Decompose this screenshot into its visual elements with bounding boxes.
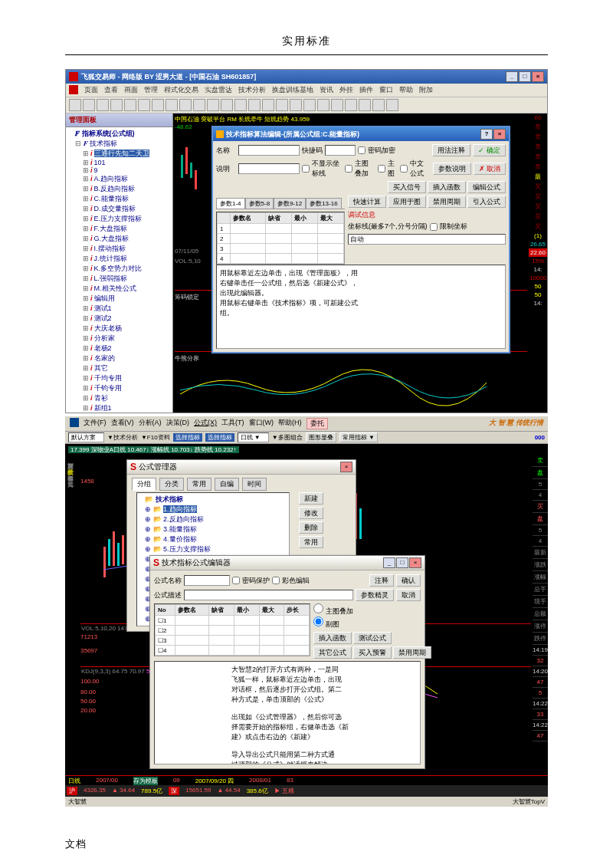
cancel-button[interactable]: ✗ 取消 [474, 163, 506, 175]
main2-checkbox[interactable] [378, 165, 385, 173]
minimize-button[interactable]: _ [506, 71, 518, 82]
dialog-close-button[interactable]: × [493, 129, 506, 140]
menu-item[interactable]: 附加 [419, 85, 433, 95]
nohd-checkbox[interactable] [302, 165, 310, 173]
delete-button[interactable]: 删除 [299, 521, 323, 534]
menu-item[interactable]: 页面 [84, 85, 98, 95]
toolbar-button[interactable] [179, 99, 192, 111]
tab[interactable]: 分组 [132, 478, 156, 491]
import-button[interactable]: 引入公式 [467, 196, 506, 208]
tree-root[interactable]: 𝑭 指标系统(公式组) [67, 129, 171, 139]
ta-dropdown[interactable]: ▼技术分析 [107, 433, 138, 442]
tree-item[interactable]: ⊞iG.大盘指标 [67, 234, 171, 244]
toolbar-button[interactable] [152, 99, 164, 111]
shortcut-input[interactable] [325, 145, 356, 156]
left-tab[interactable]: 技术公析 [65, 461, 74, 467]
tab[interactable]: 参数5-8 [245, 198, 274, 209]
toolbar-button[interactable] [262, 99, 274, 111]
tab[interactable]: 常用 [187, 478, 211, 491]
ok-button[interactable]: 确认 [396, 574, 421, 587]
menu-item[interactable]: 帮助 [399, 85, 413, 95]
toolbar-button[interactable] [193, 99, 205, 111]
dialog-close-button[interactable]: × [409, 557, 421, 568]
tree-item[interactable]: ⊞iA.趋向指标 [67, 174, 171, 184]
tree-item[interactable]: ⊞i青衫 [67, 393, 171, 403]
toolbar-button[interactable] [345, 99, 357, 111]
tree-item[interactable]: ⊕ 📂 4.量价指标 [139, 534, 287, 544]
tab[interactable]: 时间 [242, 478, 267, 491]
main-radio[interactable] [313, 603, 323, 613]
common-button[interactable]: 常用 [299, 536, 323, 548]
mt-dropdown[interactable]: ▼多图组合 [272, 433, 303, 442]
color-checkbox[interactable] [272, 577, 280, 584]
cancel-button[interactable]: 取消 [396, 589, 421, 601]
tree-item[interactable]: ⊕ 📂 2.反趋向指标 [139, 515, 287, 524]
left-tab[interactable]: 深度资料 [65, 455, 74, 461]
left-tab[interactable]: 基本资料 [65, 467, 74, 473]
menu-item[interactable]: 技术分析 [238, 85, 266, 95]
tree-branch[interactable]: ⊟ 𝑭 技术指标 [67, 139, 171, 149]
menu-item[interactable]: 外挂 [339, 85, 353, 95]
insfn-button[interactable]: 插入函数 [313, 632, 352, 644]
ds-button[interactable]: 图形显叠 [306, 432, 336, 442]
test-button[interactable]: 测试公式 [353, 632, 392, 644]
menu-item[interactable]: 换盘训练基地 [272, 85, 313, 95]
tree-item[interactable]: ⊞iC.能量指标 [67, 194, 171, 204]
tree-item[interactable]: ⊞iK.多空势力对比 [67, 264, 171, 274]
tree-item[interactable]: ⊞i编辑用 [67, 294, 171, 304]
f10-dropdown[interactable]: ▼F10资料 [141, 433, 170, 442]
buy-button[interactable]: 买入预警 [353, 646, 392, 659]
tree-item[interactable]: ⊕ 📂 3.能量指标 [139, 524, 287, 534]
desc-input[interactable] [238, 163, 300, 174]
menu-item[interactable]: 文件(F) [84, 418, 107, 429]
tree-item[interactable]: ⊞iF.大盘指标 [67, 224, 171, 234]
tree-item[interactable]: ⊞i测试2 [67, 314, 171, 324]
tree-item[interactable]: ⊞iM.相关性公式 [67, 284, 171, 294]
tab[interactable]: 参数9-12 [274, 198, 306, 209]
toolbar-button[interactable] [317, 99, 329, 111]
weituo-button[interactable]: 委托 [306, 418, 328, 429]
toolbar-button[interactable] [331, 99, 343, 111]
maximize-button[interactable]: □ [396, 557, 408, 568]
tree-item[interactable]: ⊞i千均专用 [67, 373, 171, 383]
toolbar-button[interactable] [372, 99, 385, 111]
period-dropdown[interactable]: 日线 ▼ [238, 432, 269, 442]
tree-item[interactable]: ⊞iL.强弱指标 [67, 274, 171, 284]
tab[interactable]: 自编 [215, 478, 239, 491]
toolbar-button[interactable] [276, 99, 288, 111]
tree-item[interactable]: ⊕ 📂 1.趋向指标 [139, 505, 287, 515]
usage-button[interactable]: 用法注释 [432, 144, 470, 156]
tree-item[interactable]: ⊞i测试1 [67, 304, 171, 314]
tree-item[interactable]: ⊞i新组1 [67, 403, 171, 413]
menu-item[interactable]: 画面 [124, 85, 138, 95]
menu-item[interactable]: 分析(A) [139, 418, 162, 429]
left-tab[interactable]: 其他 [65, 473, 74, 479]
tree-item[interactable]: ⊞i101 [67, 159, 171, 166]
menu-item[interactable]: 查看 [104, 85, 118, 95]
scheme-dropdown[interactable]: 默认方案 [68, 432, 104, 442]
new-button[interactable]: 新建 [299, 492, 323, 505]
menu-item[interactable]: 决策(D) [166, 418, 190, 429]
wizard-button[interactable]: 参数精灵 [356, 589, 394, 601]
limit-checkbox[interactable] [430, 223, 438, 231]
name-input[interactable] [238, 145, 300, 156]
cn-checkbox[interactable] [400, 165, 408, 173]
tab[interactable]: 分类 [159, 478, 184, 491]
menu-item[interactable]: 程式化交易 [164, 85, 198, 95]
sub-radio[interactable] [313, 616, 323, 626]
close-button[interactable]: × [532, 71, 544, 82]
toolbar-button[interactable] [69, 99, 81, 111]
edit-button[interactable]: 编辑公式 [467, 181, 506, 193]
menu-item[interactable]: 帮助(H) [278, 418, 302, 429]
name-input[interactable] [184, 575, 230, 586]
tree-item[interactable]: ⊞iE.压力支撑指标 [67, 214, 171, 224]
menu-item[interactable]: 工具(T) [221, 418, 244, 429]
menu-item[interactable]: 查看(V) [111, 418, 134, 429]
toolbar-button[interactable] [386, 99, 398, 111]
minimize-button[interactable]: _ [383, 557, 395, 568]
apply-button[interactable]: 应用于图 [388, 196, 426, 208]
toolbar-button[interactable] [221, 99, 233, 111]
formula-textarea[interactable]: 用鼠标靠近左边单击，出现《管理面板》，用 右键单击任一公式组，然后选《新建公式》… [216, 265, 506, 349]
menu-item[interactable]: 资讯 [320, 85, 333, 95]
toolbar-button[interactable] [97, 99, 109, 111]
